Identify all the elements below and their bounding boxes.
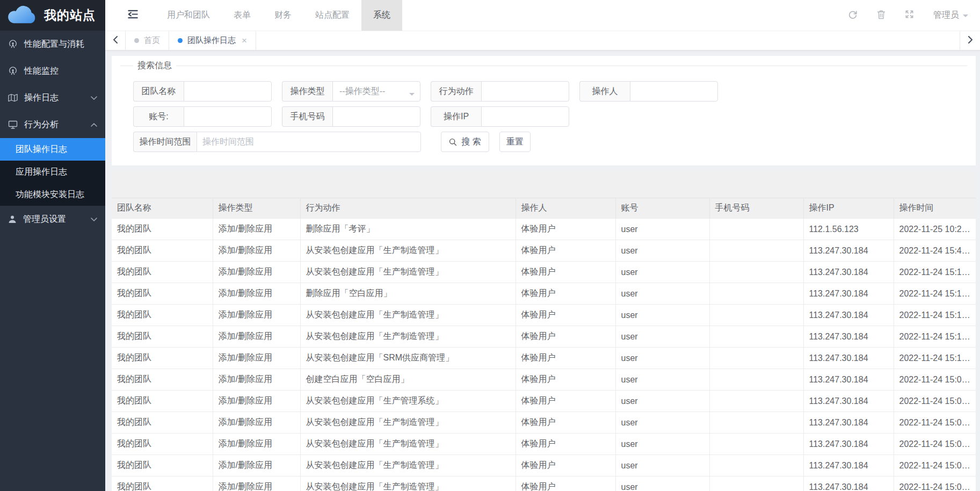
cell-operator: 体验用户 — [516, 476, 615, 491]
search-fieldset: 搜索信息 团队名称 操作类型 --操作类型-- — [120, 60, 967, 157]
sidebar-item-perf-config[interactable]: 性能配置与消耗 — [0, 31, 105, 57]
cell-phone — [709, 391, 803, 412]
chevron-down-icon — [91, 218, 97, 221]
reset-button[interactable]: 重置 — [499, 132, 531, 152]
sidebar-item-behavior-analysis[interactable]: 行为分析 — [0, 111, 105, 138]
cell-operator: 体验用户 — [516, 348, 615, 369]
cell-account: user — [615, 412, 709, 434]
submenu-behavior-analysis: 团队操作日志应用操作日志功能模块安装日志 — [0, 138, 105, 206]
sidebar-item-app-operation-log[interactable]: 应用操作日志 — [0, 161, 105, 183]
cell-operator: 体验用户 — [516, 305, 615, 326]
nav-item-users-teams[interactable]: 用户和团队 — [155, 0, 222, 31]
fullscreen-icon — [905, 10, 914, 21]
menu-fold-icon — [127, 8, 139, 23]
sidebar-item-admin-settings[interactable]: 管理员设置 — [0, 206, 105, 233]
phone-label: 手机号码 — [282, 106, 332, 127]
cell-phone — [709, 305, 803, 326]
cell-phone — [709, 348, 803, 369]
sidebar-item-operation-logs[interactable]: 操作日志 — [0, 84, 105, 111]
cell-account: user — [615, 434, 709, 455]
column-header-operator: 操作人 — [516, 198, 615, 219]
column-header-time: 操作时间 — [894, 198, 976, 219]
cell-action: 从安装包创建应用「生产管理系统」 — [300, 391, 516, 412]
ip-input[interactable] — [481, 106, 569, 127]
table-row: 我的团队添加/删除应用删除应用「空白应用」体验用户user113.247.30.… — [112, 283, 976, 305]
cell-operator: 体验用户 — [516, 283, 615, 305]
search-row-1: 团队名称 操作类型 --操作类型-- 行为动作 — [133, 81, 967, 102]
op-type-select[interactable]: --操作类型-- — [332, 81, 420, 102]
cell-ip: 113.247.30.184 — [803, 240, 894, 262]
cell-operator: 体验用户 — [516, 326, 615, 348]
phone-field: 手机号码 — [282, 106, 420, 127]
cell-account: user — [615, 240, 709, 262]
cell-ip: 113.247.30.184 — [803, 262, 894, 283]
cell-phone — [709, 455, 803, 476]
reset-button-label: 重置 — [506, 136, 524, 148]
site-logo[interactable]: 我的站点 — [0, 0, 105, 31]
trash-button[interactable] — [877, 10, 885, 21]
cell-ip: 113.247.30.184 — [803, 326, 894, 348]
tab-close-icon[interactable]: × — [242, 36, 247, 45]
tabs-container: 首页团队操作日志× — [126, 31, 256, 50]
nav-item-forms[interactable]: 表单 — [222, 0, 263, 31]
cell-account: user — [615, 283, 709, 305]
sidebar-item-label: 性能监控 — [24, 66, 59, 77]
nav-item-system[interactable]: 系统 — [361, 0, 402, 31]
user-menu[interactable]: 管理员 — [933, 10, 968, 21]
refresh-button[interactable] — [848, 10, 858, 21]
tabs-scroll-right-button[interactable] — [960, 31, 980, 50]
chevron-down-icon — [91, 96, 97, 100]
cell-account: user — [615, 305, 709, 326]
action-field: 行为动作 — [431, 81, 569, 102]
cell-op-type: 添加/删除应用 — [213, 326, 300, 348]
time-range-field: 操作时间范围 — [133, 132, 421, 152]
user-icon — [8, 215, 17, 223]
cell-account: user — [615, 476, 709, 491]
cell-team-name: 我的团队 — [112, 412, 213, 434]
log-table-panel: 团队名称操作类型行为动作操作人账号手机号码操作IP操作时间 我的团队添加/删除应… — [112, 171, 976, 491]
cell-operator: 体验用户 — [516, 369, 615, 391]
op-type-field: 操作类型 --操作类型-- — [282, 81, 420, 102]
tab-status-dot — [134, 38, 139, 43]
team-name-input[interactable] — [184, 81, 272, 102]
cell-op-type: 添加/删除应用 — [213, 219, 300, 240]
trash-icon — [877, 10, 885, 21]
phone-input[interactable] — [332, 106, 420, 127]
nav-item-finance[interactable]: 财务 — [263, 0, 303, 31]
cell-phone — [709, 326, 803, 348]
tab-home[interactable]: 首页 — [126, 31, 169, 50]
search-button-label: 搜 索 — [461, 136, 481, 148]
chevron-up-icon — [91, 123, 97, 127]
operator-input[interactable] — [630, 81, 718, 102]
cell-time: 2022-11-24 15:03:40 — [894, 455, 976, 476]
sidebar-item-label: 操作日志 — [24, 92, 59, 104]
table-toolbar — [112, 171, 976, 198]
cell-time: 2022-11-24 15:06:28 — [894, 434, 976, 455]
cell-op-type: 添加/删除应用 — [213, 455, 300, 476]
cell-time: 2022-11-25 10:20:32 — [894, 219, 976, 240]
cell-action: 从安装包创建应用「生产制造管理」 — [300, 434, 516, 455]
time-range-input[interactable] — [197, 132, 421, 152]
cell-op-type: 添加/删除应用 — [213, 369, 300, 391]
app-root: 我的站点 性能配置与消耗性能监控操作日志行为分析团队操作日志应用操作日志功能模块… — [0, 0, 980, 491]
cell-ip: 113.247.30.184 — [803, 455, 894, 476]
tab-team-operation-log[interactable]: 团队操作日志× — [169, 31, 256, 50]
account-input[interactable] — [184, 106, 272, 127]
search-button[interactable]: 搜 索 — [441, 132, 489, 152]
cell-action: 从安装包创建应用「生产制造管理」 — [300, 326, 516, 348]
column-header-action: 行为动作 — [300, 198, 516, 219]
sidebar-item-perf-monitor[interactable]: 性能监控 — [0, 57, 105, 84]
tabs-scroll-left-button[interactable] — [105, 31, 126, 50]
cell-op-type: 添加/删除应用 — [213, 283, 300, 305]
cell-operator: 体验用户 — [516, 412, 615, 434]
cell-phone — [709, 219, 803, 240]
sidebar-item-team-operation-log[interactable]: 团队操作日志 — [0, 138, 105, 161]
sidebar-menu: 性能配置与消耗性能监控操作日志行为分析团队操作日志应用操作日志功能模块安装日志管… — [0, 31, 105, 491]
nav-item-site-config[interactable]: 站点配置 — [303, 0, 361, 31]
fullscreen-button[interactable] — [905, 10, 914, 21]
collapse-sidebar-button[interactable] — [127, 0, 139, 31]
action-input[interactable] — [481, 81, 569, 102]
cell-action: 从安装包创建应用「生产制造管理」 — [300, 476, 516, 491]
tabbar: 首页团队操作日志× — [105, 31, 980, 50]
sidebar-item-module-install-log[interactable]: 功能模块安装日志 — [0, 183, 105, 206]
